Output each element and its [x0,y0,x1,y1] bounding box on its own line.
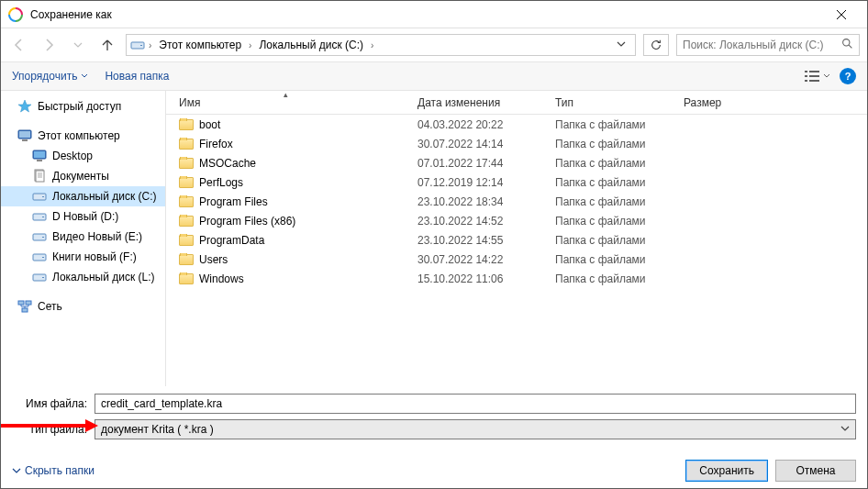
column-size[interactable]: Размер [671,91,744,114]
file-name: ProgramData [199,234,264,247]
new-folder-button[interactable]: Новая папка [105,70,169,83]
network-icon [17,299,32,314]
folder-icon [179,158,194,169]
toolbar: Упорядочить Новая папка ? [1,61,867,91]
sidebar-item-label: Книги новый (F:) [52,250,137,263]
refresh-button[interactable] [643,34,669,56]
svg-rect-7 [809,75,819,77]
chevron-down-icon [12,466,21,475]
filename-input[interactable] [95,394,856,414]
address-bar[interactable]: › Этот компьютер › Локальный диск (C:) › [126,34,636,56]
folder-icon [179,139,194,150]
up-button[interactable] [96,34,118,56]
svg-rect-29 [26,301,31,305]
table-row[interactable]: Users30.07.2022 14:22Папка с файлами [166,250,867,269]
footer: Скрыть папки Сохранить Отмена [1,445,867,489]
file-name: PerfLogs [199,176,243,189]
body: Быстрый доступ Этот компьютер DesktopДок… [1,91,867,386]
column-name[interactable]: ▴ Имя [166,91,405,114]
forward-button[interactable] [38,34,60,56]
folder-icon [179,196,194,207]
save-button[interactable]: Сохранить [685,460,768,482]
cancel-button[interactable]: Отмена [775,460,856,482]
hide-folders-button[interactable]: Скрыть папки [12,464,95,477]
drive-icon [32,209,47,224]
back-button[interactable] [8,34,30,56]
table-row[interactable]: ProgramData23.10.2022 14:55Папка с файла… [166,230,867,250]
sidebar-this-pc[interactable]: Этот компьютер [1,126,165,146]
sidebar: Быстрый доступ Этот компьютер DesktopДок… [1,91,166,386]
sidebar-item[interactable]: D Новый (D:) [1,206,165,227]
sidebar-item[interactable]: Видео Новый (E:) [1,227,165,247]
sidebar-item-label: D Новый (D:) [52,210,118,223]
recent-dropdown[interactable] [67,34,89,56]
table-row[interactable]: boot04.03.2022 20:22Папка с файлами [166,115,867,134]
file-date: 23.10.2022 14:55 [405,234,542,247]
path-segment-drive[interactable]: Локальный диск (C:) [255,37,367,53]
address-dropdown[interactable] [611,39,631,51]
drive-icon [130,38,145,52]
star-icon [17,99,32,114]
filetype-label: Тип файла: [12,423,95,436]
file-name: Program Files (x86) [199,215,295,228]
svg-rect-5 [809,71,819,72]
svg-rect-15 [37,160,42,161]
sidebar-item[interactable]: Книги новый (F:) [1,247,165,267]
form-area: Имя файла: Тип файла: документ Krita ( *… [1,386,867,439]
file-date: 15.10.2022 11:06 [405,272,542,285]
chevron-down-icon [823,72,830,80]
table-row[interactable]: Program Files23.10.2022 18:34Папка с фай… [166,192,867,211]
file-name: Firefox [199,138,233,150]
file-type: Папка с файлами [542,253,671,266]
chevron-right-icon: › [371,40,373,50]
file-date: 07.12.2019 12:14 [405,176,542,189]
sidebar-item[interactable]: Документы [1,166,165,186]
sidebar-item[interactable]: Локальный диск (C:) [1,186,165,206]
svg-rect-27 [42,277,44,278]
sort-asc-icon: ▴ [284,90,288,99]
chevron-down-icon [840,424,850,435]
view-options-button[interactable] [805,70,830,83]
chevron-down-icon [81,72,88,80]
sidebar-item[interactable]: Локальный диск (L:) [1,267,165,287]
svg-rect-30 [22,308,28,312]
column-type[interactable]: Тип [542,91,671,114]
close-button[interactable] [823,1,860,28]
navbar: › Этот компьютер › Локальный диск (C:) ›… [1,28,867,61]
search-icon [841,38,853,52]
desktop-icon [32,149,47,163]
table-row[interactable]: Program Files (x86)23.10.2022 14:52Папка… [166,211,867,230]
table-row[interactable]: Firefox30.07.2022 14:14Папка с файлами [166,134,867,153]
file-date: 07.01.2022 17:44 [405,157,542,170]
sidebar-item-label: Видео Новый (E:) [52,230,142,243]
file-rows: boot04.03.2022 20:22Папка с файламиFiref… [166,115,867,386]
table-row[interactable]: MSOCache07.01.2022 17:44Папка с файлами [166,153,867,172]
filetype-select[interactable]: документ Krita ( *.kra ) [95,419,856,439]
sidebar-item[interactable]: Desktop [1,146,165,166]
column-date[interactable]: Дата изменения [405,91,542,114]
sidebar-item-label: Документы [52,170,109,183]
help-button[interactable]: ? [840,68,856,84]
file-name: Users [199,253,228,266]
folder-icon [179,216,194,227]
svg-rect-2 [140,45,142,46]
svg-rect-11 [19,131,30,138]
chevron-right-icon: › [249,40,251,50]
search-input[interactable]: Поиск: Локальный диск (C:) [676,34,860,56]
sidebar-quick-access[interactable]: Быстрый доступ [1,96,165,117]
svg-point-3 [843,39,850,46]
table-row[interactable]: PerfLogs07.12.2019 12:14Папка с файлами [166,172,867,192]
organize-button[interactable]: Упорядочить [12,70,88,83]
documents-icon [32,169,47,183]
file-type: Папка с файлами [542,157,671,170]
monitor-icon [17,128,32,143]
folder-icon [179,119,194,130]
table-row[interactable]: Windows15.10.2022 11:06Папка с файлами [166,269,867,288]
sidebar-network[interactable]: Сеть [1,296,165,317]
file-type: Папка с файлами [542,118,671,131]
sidebar-item-label: Desktop [52,150,93,162]
folder-icon [179,254,194,265]
file-date: 23.10.2022 14:52 [405,215,542,228]
path-segment-pc[interactable]: Этот компьютер [155,37,245,53]
drive-icon [32,189,47,204]
